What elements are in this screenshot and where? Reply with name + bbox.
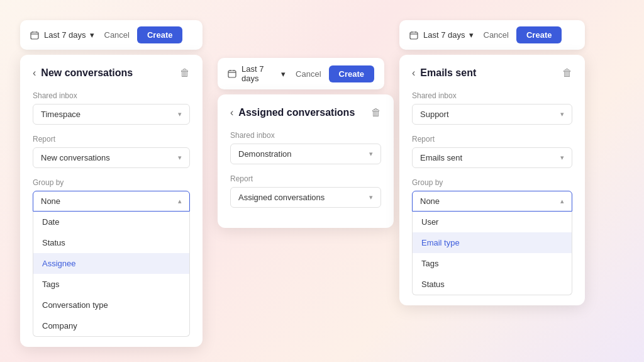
left-group-by-select[interactable]: None ▴ <box>33 191 190 212</box>
left-trash-icon[interactable]: 🗑 <box>180 67 190 79</box>
right-group-by-value: None <box>420 196 440 206</box>
chevron-down-icon: ▾ <box>281 69 286 79</box>
middle-panel-header: ‹ Assigned conversations 🗑 <box>230 107 381 118</box>
dropdown-item-conversation-type[interactable]: Conversation type <box>33 295 189 315</box>
dropdown-item-status[interactable]: Status <box>413 274 572 295</box>
chevron-down-icon: ▾ <box>369 150 373 158</box>
right-report-label: Report <box>412 135 572 144</box>
middle-top-bar: Last 7 days ▾ Cancel Create <box>218 58 384 89</box>
chevron-down-icon: ▾ <box>178 154 182 162</box>
chevron-down-icon: ▾ <box>560 154 564 162</box>
calendar-icon <box>30 31 39 40</box>
middle-back-button[interactable]: ‹ <box>230 107 233 118</box>
chevron-up-icon: ▴ <box>560 197 564 205</box>
calendar-icon <box>228 69 236 78</box>
chevron-down-icon: ▾ <box>369 193 373 201</box>
svg-rect-4 <box>228 71 236 77</box>
left-report-label: Report <box>33 135 190 144</box>
middle-date-label: Last 7 days <box>242 64 277 83</box>
middle-report-value: Assigned conversations <box>238 193 325 202</box>
middle-panel: ‹ Assigned conversations 🗑 Shared inbox … <box>218 94 394 228</box>
dropdown-item-assignee[interactable]: Assignee <box>33 253 189 274</box>
left-shared-inbox-label: Shared inbox <box>33 91 190 100</box>
chevron-down-icon: ▾ <box>178 110 182 118</box>
left-group-by-value: None <box>41 196 60 206</box>
left-back-button[interactable]: ‹ <box>33 67 36 79</box>
svg-rect-8 <box>410 32 418 39</box>
left-panel-title: New conversations <box>41 67 133 79</box>
middle-date-button[interactable]: Last 7 days ▾ <box>242 64 286 83</box>
left-shared-inbox-value: Timespace <box>41 110 80 119</box>
middle-report-label: Report <box>230 174 381 183</box>
middle-panel-title: Assigned conversations <box>238 107 355 118</box>
right-group-by-select[interactable]: None ▴ <box>412 191 572 212</box>
right-cancel-button[interactable]: Cancel <box>484 30 509 40</box>
left-date-label: Last 7 days <box>44 30 86 40</box>
left-top-bar: Last 7 days ▾ Cancel Create <box>20 20 203 50</box>
right-report-select[interactable]: Emails sent ▾ <box>412 147 572 168</box>
right-group-by-label: Group by <box>412 178 572 187</box>
left-panel-header: ‹ New conversations 🗑 <box>33 67 190 79</box>
chevron-down-icon: ▾ <box>90 30 94 40</box>
right-date-label: Last 7 days <box>423 30 465 40</box>
left-report-select[interactable]: New conversations ▾ <box>33 147 190 168</box>
right-panel-header: ‹ Emails sent 🗑 <box>412 67 572 79</box>
middle-shared-inbox-select[interactable]: Demonstration ▾ <box>230 144 381 164</box>
left-report-value: New conversations <box>41 153 110 162</box>
chevron-down-icon: ▾ <box>560 110 564 118</box>
left-cancel-button[interactable]: Cancel <box>104 30 130 40</box>
middle-create-button[interactable]: Create <box>329 65 374 82</box>
right-shared-inbox-value: Support <box>420 110 449 119</box>
right-report-value: Emails sent <box>420 153 462 162</box>
left-date-button[interactable]: Last 7 days ▾ <box>44 30 94 40</box>
chevron-down-icon: ▾ <box>469 30 474 40</box>
right-create-button[interactable]: Create <box>516 26 562 43</box>
chevron-up-icon: ▴ <box>178 197 182 205</box>
right-date-button[interactable]: Last 7 days ▾ <box>423 30 474 40</box>
left-group-by-label: Group by <box>33 178 190 187</box>
dropdown-item-email-type[interactable]: Email type <box>413 232 572 253</box>
middle-shared-inbox-value: Demonstration <box>238 149 292 159</box>
dropdown-item-tags[interactable]: Tags <box>413 253 572 274</box>
dropdown-item-user[interactable]: User <box>413 212 572 232</box>
dropdown-item-tags[interactable]: Tags <box>33 274 189 295</box>
dropdown-item-status[interactable]: Status <box>33 232 189 253</box>
right-trash-icon[interactable]: 🗑 <box>562 67 572 79</box>
calendar-icon <box>409 31 418 40</box>
right-back-button[interactable]: ‹ <box>412 67 415 79</box>
left-shared-inbox-select[interactable]: Timespace ▾ <box>33 104 190 125</box>
dropdown-item-company[interactable]: Company <box>33 315 189 336</box>
right-panel-title: Emails sent <box>420 67 476 79</box>
right-group-by-dropdown: User Email type Tags Status <box>412 212 572 295</box>
left-create-button[interactable]: Create <box>137 26 182 43</box>
right-shared-inbox-label: Shared inbox <box>412 91 572 100</box>
dropdown-item-date[interactable]: Date <box>33 212 189 232</box>
middle-shared-inbox-label: Shared inbox <box>230 131 381 140</box>
right-panel: ‹ Emails sent 🗑 Shared inbox Support ▾ R… <box>399 55 585 305</box>
middle-report-select[interactable]: Assigned conversations ▾ <box>230 187 381 208</box>
right-shared-inbox-select[interactable]: Support ▾ <box>412 104 572 125</box>
svg-rect-0 <box>31 32 38 39</box>
middle-trash-icon[interactable]: 🗑 <box>371 107 381 118</box>
middle-cancel-button[interactable]: Cancel <box>296 69 321 79</box>
left-panel: ‹ New conversations 🗑 Shared inbox Times… <box>20 55 203 347</box>
left-group-by-dropdown: Date Status Assignee Tags Conversation t… <box>33 212 190 337</box>
right-top-bar: Last 7 days ▾ Cancel Create <box>399 20 585 50</box>
